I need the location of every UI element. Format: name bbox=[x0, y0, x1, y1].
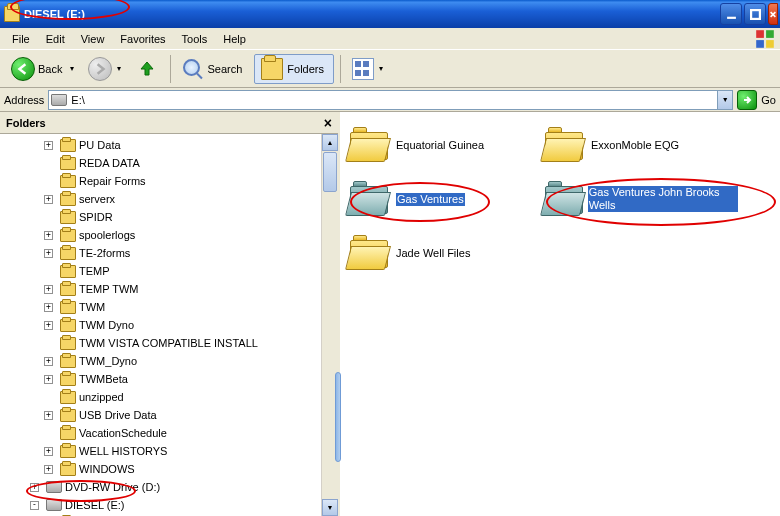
folder-icon bbox=[348, 236, 390, 270]
expand-toggle bbox=[44, 339, 53, 348]
go-label: Go bbox=[761, 94, 776, 106]
menu-view[interactable]: View bbox=[73, 31, 113, 47]
expand-toggle bbox=[44, 429, 53, 438]
tree-item[interactable]: TWM VISTA COMPATIBLE INSTALL bbox=[0, 334, 338, 352]
tree-item[interactable]: +WINDOWS bbox=[0, 460, 338, 478]
folder-label: Gas Ventures John Brooks Wells bbox=[588, 186, 738, 212]
tree-item[interactable]: +TWM_Dyno bbox=[0, 352, 338, 370]
tree-item[interactable]: +serverx bbox=[0, 190, 338, 208]
folder-item[interactable]: Equatorial Guinea bbox=[348, 118, 543, 172]
drive-icon bbox=[46, 499, 62, 511]
views-button[interactable]: ▾ bbox=[347, 54, 388, 84]
tree-item[interactable]: +DVD-RW Drive (D:) bbox=[0, 478, 338, 496]
expand-toggle[interactable]: + bbox=[44, 465, 53, 474]
menu-tools[interactable]: Tools bbox=[174, 31, 216, 47]
menu-file[interactable]: File bbox=[4, 31, 38, 47]
chevron-down-icon[interactable]: ▾ bbox=[379, 64, 383, 73]
sidebar-close[interactable]: × bbox=[324, 115, 332, 131]
tree-item[interactable]: -DIESEL (E:) bbox=[0, 496, 338, 514]
tree-item-label: PU Data bbox=[79, 139, 121, 151]
folders-button[interactable]: Folders bbox=[254, 54, 334, 84]
expand-toggle[interactable]: + bbox=[44, 321, 53, 330]
main-scrollbar[interactable] bbox=[335, 372, 341, 462]
expand-toggle[interactable]: + bbox=[44, 375, 53, 384]
back-button[interactable]: Back▾ bbox=[6, 54, 79, 84]
folder-icon bbox=[60, 301, 76, 314]
tree-item[interactable]: VacationSchedule bbox=[0, 424, 338, 442]
go-button[interactable] bbox=[737, 90, 757, 110]
sidebar-header: Folders × bbox=[0, 112, 338, 134]
minimize-button[interactable] bbox=[720, 3, 742, 25]
tree-item-label: TEMP bbox=[79, 265, 110, 277]
tree-item-label: TWMBeta bbox=[79, 373, 128, 385]
tree-item-label: TE-2forms bbox=[79, 247, 130, 259]
chevron-down-icon[interactable]: ▾ bbox=[70, 64, 74, 73]
back-icon bbox=[11, 57, 35, 81]
tree-item-label: unzipped bbox=[79, 391, 124, 403]
tree-item[interactable]: +TWM bbox=[0, 298, 338, 316]
expand-toggle[interactable]: + bbox=[44, 195, 53, 204]
maximize-button[interactable] bbox=[744, 3, 766, 25]
tree-item-label: VacationSchedule bbox=[79, 427, 167, 439]
folder-icon bbox=[60, 373, 76, 386]
expand-toggle[interactable]: + bbox=[44, 303, 53, 312]
folder-icon bbox=[60, 427, 76, 440]
folder-item[interactable]: Gas Ventures bbox=[348, 172, 543, 226]
forward-icon bbox=[88, 57, 112, 81]
folder-item[interactable]: Jade Well Files bbox=[348, 226, 543, 280]
tree-item[interactable]: +spoolerlogs bbox=[0, 226, 338, 244]
tree-item[interactable]: +TWMBeta bbox=[0, 370, 338, 388]
tree-item-label: WINDOWS bbox=[79, 463, 135, 475]
search-button[interactable]: Search bbox=[177, 54, 250, 84]
menu-edit[interactable]: Edit bbox=[38, 31, 73, 47]
tree-item-label: USB Drive Data bbox=[79, 409, 157, 421]
tree-item[interactable]: +WELL HISTORYS bbox=[0, 442, 338, 460]
tree-item-label: TWM_Dyno bbox=[79, 355, 137, 367]
tree-item[interactable]: +TWM Dyno bbox=[0, 316, 338, 334]
tree-item[interactable]: Repair Forms bbox=[0, 172, 338, 190]
address-dropdown[interactable]: ▼ bbox=[717, 91, 732, 109]
tree-item-label: TWM Dyno bbox=[79, 319, 134, 331]
expand-toggle[interactable]: + bbox=[30, 483, 39, 492]
svg-rect-1 bbox=[751, 10, 760, 19]
tree-item[interactable]: +TEMP TWM bbox=[0, 280, 338, 298]
tree-item[interactable]: SPIDR bbox=[0, 208, 338, 226]
expand-toggle[interactable]: + bbox=[44, 285, 53, 294]
expand-toggle[interactable]: + bbox=[44, 141, 53, 150]
tree-item-label: WELL HISTORYS bbox=[79, 445, 167, 457]
scroll-up-button[interactable]: ▲ bbox=[322, 134, 338, 151]
tree-item[interactable]: +TE-2forms bbox=[0, 244, 338, 262]
menu-bar: File Edit View Favorites Tools Help bbox=[0, 28, 780, 50]
folder-item[interactable]: Gas Ventures John Brooks Wells bbox=[543, 172, 738, 226]
close-button[interactable] bbox=[768, 3, 778, 25]
views-icon bbox=[352, 58, 374, 80]
tree-item-label: Repair Forms bbox=[79, 175, 146, 187]
menu-favorites[interactable]: Favorites bbox=[112, 31, 173, 47]
expand-toggle[interactable]: - bbox=[30, 501, 39, 510]
tree-item[interactable]: REDA DATA bbox=[0, 154, 338, 172]
expand-toggle[interactable]: + bbox=[44, 231, 53, 240]
folder-icon bbox=[60, 355, 76, 368]
folder-item[interactable]: ExxonMoble EQG bbox=[543, 118, 738, 172]
expand-toggle[interactable]: + bbox=[44, 447, 53, 456]
forward-button[interactable]: ▾ bbox=[83, 54, 126, 84]
scroll-thumb[interactable] bbox=[323, 152, 337, 192]
folder-icon bbox=[60, 247, 76, 260]
tree-item-label: DVD-RW Drive (D:) bbox=[65, 481, 160, 493]
tree-item[interactable]: +PU Data bbox=[0, 136, 338, 154]
up-icon bbox=[135, 57, 159, 81]
folder-icon bbox=[60, 193, 76, 206]
expand-toggle[interactable]: + bbox=[44, 249, 53, 258]
chevron-down-icon[interactable]: ▾ bbox=[117, 64, 121, 73]
expand-toggle[interactable]: + bbox=[44, 357, 53, 366]
tree-item[interactable]: +USB Drive Data bbox=[0, 406, 338, 424]
expand-toggle[interactable]: + bbox=[44, 411, 53, 420]
folders-icon bbox=[261, 58, 283, 80]
address-input[interactable]: E:\ ▼ bbox=[48, 90, 733, 110]
menu-help[interactable]: Help bbox=[215, 31, 254, 47]
up-button[interactable] bbox=[130, 54, 164, 84]
scroll-down-button[interactable]: ▼ bbox=[322, 499, 338, 516]
tree-item[interactable]: TEMP bbox=[0, 262, 338, 280]
tree-item[interactable]: unzipped bbox=[0, 388, 338, 406]
svg-rect-4 bbox=[756, 30, 764, 38]
